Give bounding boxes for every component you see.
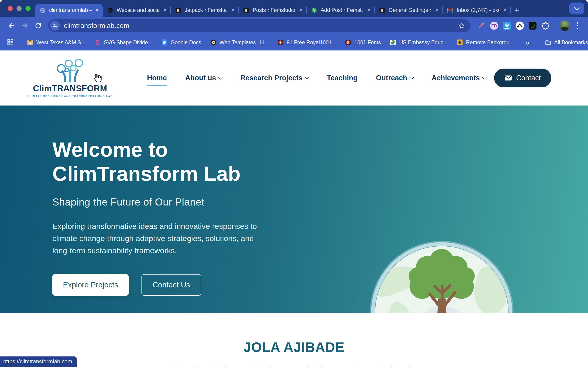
westtexas-favicon-icon: S bbox=[27, 39, 34, 46]
nav-about-us[interactable]: About us bbox=[185, 74, 222, 82]
browser-menu-icon[interactable] bbox=[572, 20, 583, 31]
tab-title: Inbox (2,747) - oke bbox=[457, 7, 499, 13]
us-embassy-favicon-icon bbox=[389, 39, 397, 46]
chevron-down-icon bbox=[574, 5, 579, 10]
bookmarks-overflow-icon[interactable]: » bbox=[523, 38, 532, 47]
hero-text-block: Welcome to ClimTransform Lab Shaping the… bbox=[52, 138, 282, 296]
tab-strip: climtransformlab – × Website and social … bbox=[0, 0, 588, 17]
jetpack-favicon-icon bbox=[311, 7, 318, 14]
contact-us-button[interactable]: Contact Us bbox=[141, 274, 201, 296]
bookmark-svg-shape-divider[interactable]: SVG Shape Divide... bbox=[91, 39, 155, 46]
site-header: ClimTRANSFORM CLIMATE RESILIENCE AND TRA… bbox=[0, 50, 588, 106]
bookmark-label: SVG Shape Divide... bbox=[104, 40, 152, 46]
bookmark-91-free-royal[interactable]: F 91 Free Royal1001... bbox=[274, 39, 339, 46]
extensions-puzzle-icon[interactable] bbox=[540, 20, 551, 31]
nav-outreach[interactable]: Outreach bbox=[376, 74, 413, 82]
nav-label: Teaching bbox=[327, 74, 358, 82]
tab-close-icon[interactable]: × bbox=[95, 7, 99, 13]
window-controls bbox=[0, 0, 35, 17]
fonts-f-favicon-icon: F bbox=[345, 39, 352, 46]
bookmark-label: US Embassy Educ... bbox=[399, 40, 448, 46]
bookmark-west-texas[interactable]: S West Texas A&M S... bbox=[24, 39, 88, 46]
profile-section: JOLA AJIBADE Associate Professor • Envir… bbox=[0, 313, 588, 367]
nav-teaching[interactable]: Teaching bbox=[327, 74, 358, 82]
tab-general-settings[interactable]: General Settings ‹ × bbox=[375, 4, 442, 17]
tab-close-icon[interactable]: × bbox=[366, 7, 371, 13]
explore-projects-button[interactable]: Explore Projects bbox=[52, 274, 129, 296]
envelope-icon bbox=[505, 75, 512, 81]
fd-extension-icon[interactable]: FD bbox=[489, 20, 499, 31]
svg-text:S: S bbox=[29, 42, 31, 45]
tab-close-icon[interactable]: × bbox=[434, 7, 439, 13]
tab-add-post-femstudio[interactable]: Add Post ‹ Femstu × bbox=[307, 4, 374, 17]
tab-jetpack-femstudio[interactable]: Jetpack ‹ Femstud × bbox=[171, 4, 238, 17]
download-extension-icon[interactable] bbox=[502, 20, 512, 31]
hero-section: Welcome to ClimTransform Lab Shaping the… bbox=[0, 106, 588, 313]
profile-avatar[interactable] bbox=[560, 20, 570, 31]
bookmark-label: Google Docs bbox=[171, 40, 201, 46]
hero-title-line1: Welcome to bbox=[52, 138, 282, 162]
forward-button[interactable] bbox=[19, 20, 30, 31]
tab-gmail-inbox[interactable]: Inbox (2,747) - oke × bbox=[443, 4, 510, 17]
hero-subtitle: Shaping the Future of Our Planet bbox=[52, 196, 282, 208]
nav-home[interactable]: Home bbox=[147, 74, 167, 82]
tab-title: Website and social bbox=[117, 7, 159, 13]
address-bar[interactable]: climtransformlab.com bbox=[48, 19, 470, 32]
color-picker-extension-icon[interactable] bbox=[476, 20, 486, 31]
window-zoom-button[interactable] bbox=[26, 6, 31, 11]
svg-text:F: F bbox=[279, 41, 282, 44]
chevron-down-icon bbox=[409, 75, 414, 79]
apps-grid-icon[interactable] bbox=[7, 39, 14, 46]
bookmark-label: Web Templates | H... bbox=[220, 40, 268, 46]
bookmark-star-icon[interactable] bbox=[458, 22, 465, 29]
site-settings-icon[interactable] bbox=[50, 21, 60, 31]
logo-brand-text: ClimTRANSFORM bbox=[33, 84, 107, 93]
nav-label: Home bbox=[147, 74, 167, 82]
tab-close-icon[interactable]: × bbox=[230, 7, 235, 13]
web-templates-favicon-icon bbox=[210, 39, 217, 46]
profile-name-heading: JOLA AJIBADE bbox=[0, 340, 588, 355]
bookmark-web-templates[interactable]: Web Templates | H... bbox=[207, 39, 271, 46]
graph-extension-icon[interactable] bbox=[515, 20, 525, 31]
contact-button-label: Contact bbox=[516, 74, 541, 82]
globe-favicon-icon bbox=[39, 7, 46, 14]
back-button[interactable] bbox=[6, 20, 17, 31]
bookmark-label: West Texas A&M S... bbox=[36, 40, 86, 46]
femstudio-favicon-icon bbox=[175, 7, 182, 14]
tab-search-button[interactable] bbox=[569, 2, 584, 15]
bookmark-label: Remove Backgrou... bbox=[466, 40, 514, 46]
tab-posts-femstudio[interactable]: Posts ‹ Femstudio × bbox=[239, 4, 306, 17]
openai-favicon-icon bbox=[107, 7, 114, 14]
nav-label: Outreach bbox=[376, 74, 407, 82]
toolbar-separator bbox=[555, 22, 555, 30]
new-tab-button[interactable]: + bbox=[510, 4, 523, 16]
tab-close-icon[interactable]: × bbox=[502, 7, 507, 13]
bookmark-1001-fonts[interactable]: F 1001 Fonts bbox=[342, 39, 384, 46]
nav-achievements[interactable]: Achievements bbox=[432, 74, 486, 82]
tab-climtransformlab[interactable]: climtransformlab – × bbox=[35, 4, 103, 17]
tab-close-icon[interactable]: × bbox=[298, 7, 303, 13]
all-bookmarks-label: All Bookmarks bbox=[554, 40, 588, 46]
reload-button[interactable] bbox=[33, 20, 44, 31]
chevron-down-icon bbox=[305, 75, 309, 79]
bookmark-remove-background[interactable]: Remove Backgrou... bbox=[454, 39, 517, 46]
svg-divider-favicon-icon bbox=[94, 39, 101, 46]
mouse-cursor-hand-icon bbox=[91, 72, 102, 83]
nav-research-projects[interactable]: Research Projects bbox=[240, 74, 309, 82]
hero-title: Welcome to ClimTransform Lab bbox=[52, 138, 282, 186]
window-close-button[interactable] bbox=[8, 6, 13, 11]
all-bookmarks-button[interactable]: All Bookmarks bbox=[542, 39, 588, 46]
tab-close-icon[interactable]: × bbox=[162, 7, 167, 13]
bookmark-google-docs[interactable]: Google Docs bbox=[158, 39, 204, 46]
terminal-extension-icon[interactable]: ./ bbox=[527, 20, 538, 31]
browser-toolbar: climtransformlab.com FD ./ bbox=[0, 17, 588, 34]
contact-button[interactable]: Contact bbox=[494, 69, 551, 87]
bookmark-us-embassy[interactable]: US Embassy Educ... bbox=[387, 39, 450, 46]
profile-meta-link[interactable]: Associate Professor • Environmental Scie… bbox=[171, 365, 417, 367]
window-minimize-button[interactable] bbox=[17, 6, 22, 11]
folder-icon bbox=[545, 39, 552, 46]
tab-title: General Settings ‹ bbox=[389, 7, 431, 13]
tab-website-and-social[interactable]: Website and social × bbox=[103, 4, 170, 17]
url-text[interactable]: climtransformlab.com bbox=[64, 22, 129, 30]
femstudio-favicon-icon bbox=[243, 7, 250, 14]
